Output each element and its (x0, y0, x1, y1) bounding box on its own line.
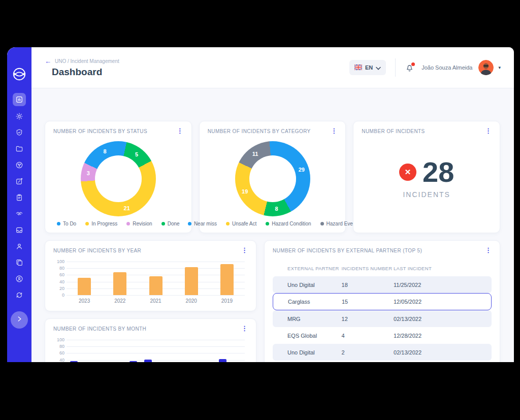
cell-incidents: 2 (342, 349, 394, 356)
sidebar-item-folder[interactable] (13, 143, 25, 155)
kebab-menu-icon[interactable]: ⋮ (239, 324, 250, 333)
y-tick-label: 20 (53, 286, 64, 291)
documents-icon (15, 259, 23, 267)
month-bar-chart: 100806040200 (67, 340, 245, 362)
bar (113, 272, 126, 295)
table-row[interactable]: EQS Global412/28/2022 (273, 327, 492, 344)
kebab-menu-icon[interactable]: ⋮ (239, 246, 250, 254)
bar (185, 267, 198, 295)
folder-icon (15, 145, 23, 153)
kebab-menu-icon[interactable]: ⋮ (175, 126, 185, 135)
legend-item: Revision (126, 221, 152, 227)
card-incidents-by-month: NUMBER OF INCIDENTS BY MONTH ⋮ 100806040… (45, 318, 256, 362)
legend-item: Done (161, 221, 180, 227)
clipboard-icon (15, 193, 23, 202)
card-title: NUMBER OF INCIDENTS BY STATUS (53, 128, 183, 134)
cell-last_incident: 02/13/2022 (394, 349, 492, 356)
sidebar-item-clipboard[interactable] (13, 191, 25, 204)
table-row[interactable]: MRG1202/13/2022 (273, 310, 492, 327)
kebab-menu-icon[interactable]: ⋮ (329, 126, 339, 135)
x-tick-label: 2021 (138, 298, 173, 304)
back-arrow-icon[interactable]: ← (45, 58, 51, 64)
table-row[interactable]: Uno Digital1811/25/2022 (273, 276, 492, 293)
donut-segment-value: 21 (124, 205, 130, 211)
card-title: NUMBER OF INCIDENTS BY EXTERNAL PARTNER … (273, 248, 492, 253)
sidebar-item-sync[interactable] (13, 289, 25, 301)
avatar[interactable] (478, 60, 494, 75)
cell-last_incident: 12/05/2022 (394, 299, 491, 305)
incidents-label: INCIDENTS (403, 190, 450, 199)
donut-segment-value: 19 (242, 188, 248, 195)
incidents-count: 28 (422, 158, 454, 186)
bar (220, 264, 234, 295)
uk-flag-icon (354, 63, 362, 72)
language-selector[interactable]: EN (349, 60, 386, 75)
content-area: NUMBER OF INCIDENTS BY STATUS ⋮ 85213 To… (31, 88, 514, 362)
sidebar-expand-button[interactable] (11, 311, 28, 329)
error-x-icon: ✕ (399, 164, 416, 181)
sidebar-item-dashboard[interactable] (13, 93, 26, 106)
table-row[interactable]: Carglass1512/05/2022 (273, 293, 492, 310)
cell-partner: EQS Global (287, 333, 342, 339)
sidebar-item-documents[interactable] (13, 256, 25, 269)
donut-segment-value: 8 (275, 206, 278, 212)
sidebar-item-settings[interactable] (13, 110, 25, 122)
y-tick-label: 80 (53, 344, 64, 349)
cell-partner: Uno Digital (287, 282, 342, 288)
bar (78, 278, 91, 295)
user-name[interactable]: João Souza Almeida (421, 64, 472, 71)
x-tick-label: 2023 (67, 298, 102, 304)
column-header: EXTERNAL PARTNER (287, 266, 342, 271)
language-label: EN (365, 64, 373, 71)
y-tick-label: 40 (53, 280, 64, 284)
card-incidents-by-partner: NUMBER OF INCIDENTS BY EXTERNAL PARTNER … (264, 240, 500, 362)
cell-partner: Uno Digital (287, 349, 342, 356)
status-legend: To DoIn ProgressRevisionDone (45, 221, 191, 227)
user-menu-caret-icon[interactable]: ▾ (498, 65, 501, 70)
partner-table-header: EXTERNAL PARTNERINCIDENTS NUMBERLAST INC… (273, 266, 492, 271)
notifications-button[interactable] (405, 63, 414, 73)
partner-table-body: Uno Digital1811/25/2022Carglass1512/05/2… (273, 276, 492, 361)
page-title: Dashboard (52, 67, 119, 78)
card-title: NUMBER OF INCIDENTS BY MONTH (53, 326, 248, 332)
kebab-menu-icon[interactable]: ⋮ (483, 246, 494, 254)
sidebar-item-handshake[interactable] (13, 208, 25, 220)
top-header: ← UNO / Incident Management Dashboard (31, 47, 514, 88)
header-divider (395, 58, 396, 77)
category-donut-chart: 2981911 (235, 141, 310, 216)
x-tick-label: 2019 (209, 298, 245, 304)
y-tick-label: 60 (53, 273, 64, 277)
app-logo[interactable] (12, 67, 27, 82)
y-tick-label: 100 (53, 338, 64, 342)
table-row[interactable]: Uno Digital202/13/2022 (273, 344, 492, 361)
cluster-icon (15, 161, 23, 169)
card-title: NUMBER OF INCIDENTS BY YEAR (53, 248, 248, 253)
y-tick-label: 0 (53, 293, 64, 298)
status-donut-chart: 85213 (81, 141, 156, 216)
sidebar-item-inbox[interactable] (13, 224, 25, 236)
dashboard-icon (15, 95, 23, 104)
card-incidents-by-category: NUMBER OF INCIDENTS BY CATEGORY ⋮ 298191… (199, 121, 346, 233)
sidebar-item-cluster[interactable] (13, 159, 25, 171)
legend-item: To Do (57, 221, 76, 227)
kebab-menu-icon[interactable]: ⋮ (483, 126, 494, 135)
sidebar-item-user[interactable] (13, 240, 25, 252)
compose-icon (15, 177, 23, 185)
chevron-down-icon (376, 63, 381, 72)
bar (70, 361, 78, 362)
year-x-labels: 20232022202120202019 (67, 298, 245, 304)
sidebar-item-compose[interactable] (13, 175, 25, 187)
sidebar-item-user-badge[interactable] (13, 273, 25, 285)
bar (129, 361, 137, 362)
column-header: LAST INCIDENT (394, 266, 492, 271)
legend-item: In Progress (85, 221, 117, 227)
sync-icon (15, 291, 23, 299)
legend-item: Hazard Event (320, 221, 358, 227)
x-tick-label: 2022 (102, 298, 138, 304)
sidebar-item-shield[interactable] (13, 126, 25, 139)
user-icon (15, 242, 23, 250)
year-bar-chart: 100806040200 (67, 262, 245, 295)
bar (219, 359, 226, 362)
cell-last_incident: 12/28/2022 (394, 333, 492, 339)
inbox-icon (15, 226, 23, 234)
